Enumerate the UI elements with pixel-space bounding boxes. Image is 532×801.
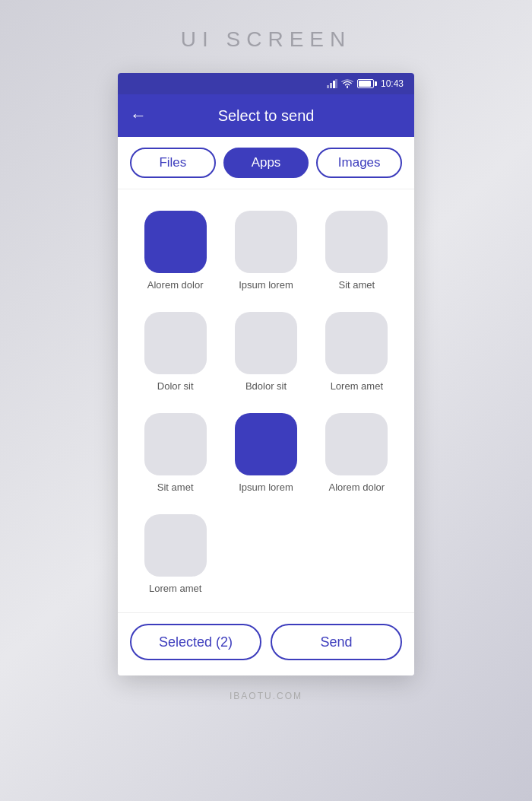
app-item-4[interactable]: Dolor sit bbox=[130, 303, 220, 404]
app-item-9[interactable]: Alorem dolor bbox=[312, 404, 402, 505]
tab-apps[interactable]: Apps bbox=[223, 148, 309, 178]
app-label-1: Alorem dolor bbox=[147, 279, 204, 291]
svg-marker-1 bbox=[330, 83, 332, 88]
app-item-2[interactable]: Ipsum lorem bbox=[220, 202, 311, 303]
app-icon-9 bbox=[325, 413, 388, 475]
signal-icon bbox=[327, 79, 337, 88]
app-label-3: Sit amet bbox=[338, 279, 375, 291]
send-button[interactable]: Send bbox=[271, 624, 402, 660]
app-item-8[interactable]: Ipsum lorem bbox=[220, 404, 311, 505]
app-label-2: Ipsum lorem bbox=[239, 279, 293, 291]
app-icon-10 bbox=[144, 514, 207, 577]
bottom-bar: Selected (2) Send bbox=[118, 612, 414, 675]
battery-icon bbox=[357, 79, 374, 88]
app-item-10[interactable]: Lorem amet bbox=[130, 505, 220, 606]
app-icon-3 bbox=[325, 211, 388, 273]
app-bar-title: Select to send bbox=[162, 107, 370, 125]
app-icon-4 bbox=[144, 312, 207, 374]
app-icon-1 bbox=[144, 211, 207, 273]
svg-marker-2 bbox=[333, 81, 335, 88]
app-item-6[interactable]: Lorem amet bbox=[312, 303, 402, 404]
back-button[interactable]: ← bbox=[130, 106, 147, 126]
tab-bar: Files Apps Images bbox=[118, 137, 414, 189]
app-label-7: Sit amet bbox=[157, 482, 194, 493]
app-icon-6 bbox=[325, 312, 388, 374]
app-item-3[interactable]: Sit amet bbox=[312, 202, 402, 303]
app-label-5: Bdolor sit bbox=[245, 380, 287, 392]
app-icon-7 bbox=[144, 413, 207, 475]
footer-text: IBAOTU.COM bbox=[230, 691, 302, 701]
app-label-9: Alorem dolor bbox=[328, 482, 385, 493]
wifi-icon bbox=[341, 79, 353, 88]
app-label-10: Lorem amet bbox=[149, 583, 201, 594]
app-item-1[interactable]: Alorem dolor bbox=[130, 202, 220, 303]
status-icons: 10:43 bbox=[327, 78, 404, 89]
svg-marker-3 bbox=[335, 79, 337, 88]
app-icon-2 bbox=[235, 211, 297, 273]
page-title: UI SCREEN bbox=[181, 27, 351, 52]
app-label-4: Dolor sit bbox=[157, 380, 194, 392]
status-bar: 10:43 bbox=[118, 73, 414, 94]
app-bar: ← Select to send bbox=[118, 94, 414, 137]
app-label-8: Ipsum lorem bbox=[239, 482, 293, 493]
status-time: 10:43 bbox=[381, 78, 404, 89]
phone-frame: 10:43 ← Select to send Files Apps Images… bbox=[118, 73, 414, 675]
app-icon-8 bbox=[235, 413, 297, 475]
tab-images[interactable]: Images bbox=[316, 148, 402, 178]
app-item-5[interactable]: Bdolor sit bbox=[220, 303, 311, 404]
apps-grid: Alorem dolor Ipsum lorem Sit amet Dolor … bbox=[118, 189, 414, 612]
svg-marker-0 bbox=[327, 85, 329, 88]
app-icon-5 bbox=[235, 312, 297, 374]
app-label-6: Lorem amet bbox=[331, 380, 383, 392]
tab-files[interactable]: Files bbox=[130, 148, 216, 178]
selected-button[interactable]: Selected (2) bbox=[130, 624, 261, 660]
app-item-7[interactable]: Sit amet bbox=[130, 404, 220, 505]
